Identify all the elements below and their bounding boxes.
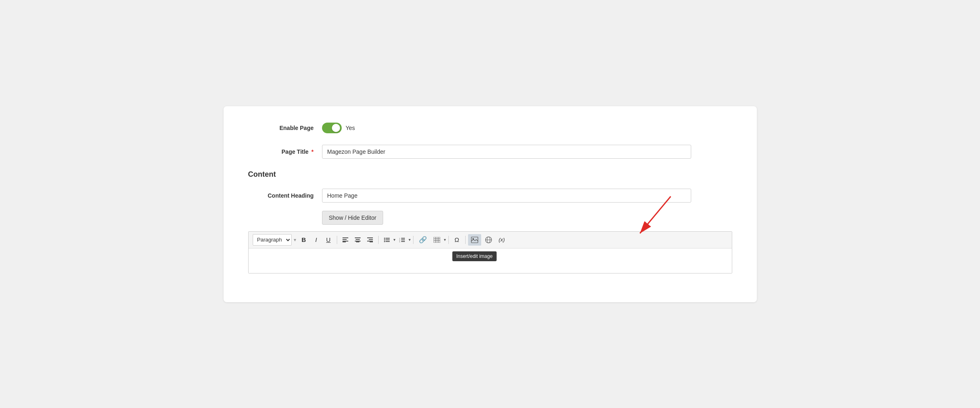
svg-rect-15	[386, 238, 390, 239]
editor-section-wrapper: Paragraph Heading 1 Heading 2 ▾ B I U	[248, 231, 732, 274]
italic-button[interactable]: I	[311, 234, 322, 246]
svg-rect-9	[356, 242, 359, 242]
unordered-list-button[interactable]	[381, 234, 393, 246]
ordered-list-button[interactable]: 1. 2. 3.	[396, 234, 408, 246]
required-asterisk: *	[310, 148, 313, 155]
page-title-row: Page Title *	[248, 145, 732, 159]
divider-5	[465, 236, 466, 244]
svg-rect-23	[401, 239, 405, 240]
divider-1	[337, 236, 337, 244]
bold-button[interactable]: B	[298, 234, 310, 246]
toggle-thumb	[332, 124, 340, 132]
svg-rect-25	[401, 241, 405, 242]
image-button-wrapper: Insert/edit image	[468, 234, 481, 246]
svg-point-18	[384, 241, 385, 242]
page-title-label: Page Title *	[248, 148, 322, 155]
editor-toolbar: Paragraph Heading 1 Heading 2 ▾ B I U	[249, 232, 732, 248]
widget-button[interactable]	[482, 234, 495, 246]
paragraph-select[interactable]: Paragraph Heading 1 Heading 2	[253, 234, 292, 246]
show-hide-editor-row: Show / Hide Editor	[248, 211, 732, 225]
page-title-input[interactable]	[322, 145, 691, 159]
insert-image-button[interactable]	[468, 234, 481, 246]
svg-rect-2	[343, 237, 348, 238]
svg-point-16	[384, 239, 385, 240]
svg-rect-17	[386, 239, 390, 240]
svg-rect-6	[355, 237, 361, 238]
svg-rect-19	[386, 241, 390, 242]
underline-button[interactable]: U	[323, 234, 334, 246]
enable-page-label: Enable Page	[248, 125, 322, 131]
toggle-value-label: Yes	[346, 125, 355, 131]
svg-rect-5	[343, 242, 346, 242]
enable-page-row: Enable Page Yes	[248, 123, 732, 133]
table-button[interactable]	[431, 234, 443, 246]
svg-rect-26	[434, 237, 440, 243]
divider-4	[448, 236, 449, 244]
align-center-button[interactable]	[352, 234, 363, 246]
divider-2	[378, 236, 379, 244]
svg-rect-21	[401, 238, 405, 239]
variable-button[interactable]: (x)	[496, 234, 508, 246]
special-char-button[interactable]: Ω	[451, 234, 463, 246]
svg-rect-7	[356, 239, 360, 240]
content-heading-label: Content Heading	[248, 192, 322, 199]
svg-rect-11	[369, 239, 373, 240]
svg-rect-3	[343, 239, 347, 240]
content-heading-row: Content Heading	[248, 189, 732, 203]
svg-rect-12	[367, 241, 373, 242]
svg-rect-13	[370, 242, 373, 242]
align-left-button[interactable]	[340, 234, 351, 246]
svg-point-14	[384, 237, 385, 239]
svg-rect-8	[355, 241, 361, 242]
svg-rect-10	[367, 237, 373, 238]
editor-container: Paragraph Heading 1 Heading 2 ▾ B I U	[248, 231, 732, 274]
content-heading-input[interactable]	[322, 189, 691, 203]
align-right-button[interactable]	[364, 234, 376, 246]
main-card: Enable Page Yes Page Title * Content Con…	[224, 106, 757, 302]
svg-text:3.: 3.	[399, 240, 400, 242]
enable-page-toggle[interactable]	[322, 123, 342, 133]
image-tooltip: Insert/edit image	[452, 251, 497, 261]
content-section: Content Content Heading Show / Hide Edit…	[248, 170, 732, 274]
divider-3	[413, 236, 413, 244]
content-section-heading: Content	[248, 170, 732, 179]
link-button[interactable]: 🔗	[416, 234, 430, 246]
toggle-wrapper: Yes	[322, 123, 355, 133]
show-hide-editor-button[interactable]: Show / Hide Editor	[322, 211, 384, 225]
svg-rect-4	[343, 241, 348, 242]
